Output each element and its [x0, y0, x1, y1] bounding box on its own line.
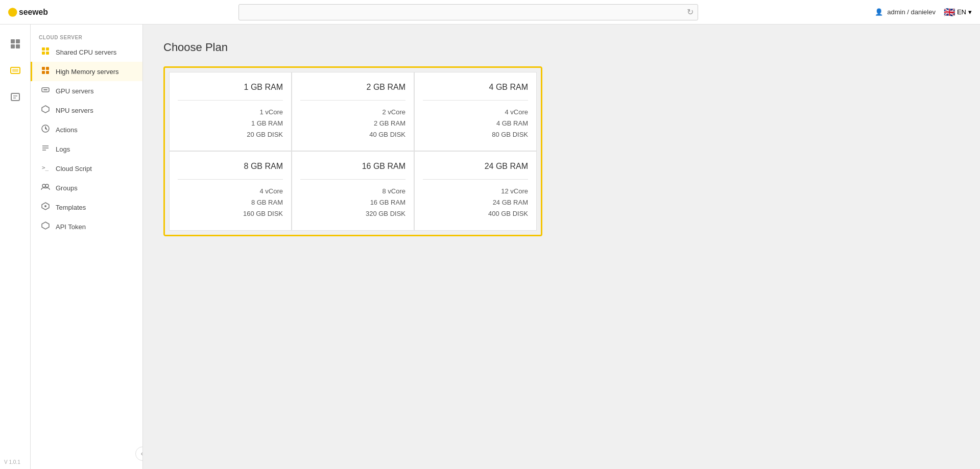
- collapse-icon: «: [141, 450, 143, 457]
- refresh-button[interactable]: ↻: [687, 7, 694, 17]
- logs-icon: [40, 143, 51, 155]
- sidebar: CLOUD SERVER Shared CPU servers High Mem…: [31, 24, 143, 469]
- plan-disk-24gb: 400 GB DISK: [488, 208, 528, 219]
- sidebar-item-logs[interactable]: Logs: [31, 139, 142, 159]
- plan-divider-1gb: [178, 100, 283, 101]
- plan-card-24gb[interactable]: 24 GB RAM 12 vCore 24 GB RAM 400 GB DISK: [414, 151, 537, 230]
- plans-container: 1 GB RAM 1 vCore 1 GB RAM 20 GB DISK 2 G…: [163, 66, 542, 236]
- plan-ram-1gb: 1 GB RAM: [247, 118, 283, 129]
- api-token-icon: [40, 221, 51, 232]
- user-menu[interactable]: 👤 admin / danielev: [875, 8, 936, 16]
- flag-icon: 🇬🇧: [944, 7, 955, 18]
- plan-divider-24gb: [423, 179, 528, 180]
- collapse-sidebar-button[interactable]: «: [135, 447, 143, 461]
- svg-rect-5: [16, 44, 20, 48]
- svg-rect-8: [11, 93, 19, 101]
- sidebar-item-npu[interactable]: NPU servers: [31, 101, 142, 120]
- language-selector[interactable]: 🇬🇧 EN ▾: [944, 7, 972, 18]
- sidebar-item-api-token[interactable]: API Token: [31, 217, 142, 236]
- topbar-right: 👤 admin / danielev 🇬🇧 EN ▾: [875, 7, 972, 18]
- plan-disk-1gb: 20 GB DISK: [247, 129, 283, 140]
- svg-rect-18: [46, 71, 49, 74]
- plan-title-24gb: 24 GB RAM: [485, 162, 528, 171]
- plan-disk-2gb: 40 GB DISK: [369, 129, 405, 140]
- sidebar-label-logs: Logs: [56, 145, 70, 153]
- plans-grid: 1 GB RAM 1 vCore 1 GB RAM 20 GB DISK 2 G…: [169, 72, 537, 231]
- cloud-script-icon: >_: [40, 163, 51, 174]
- sidebar-item-cloud-script[interactable]: >_ Cloud Script: [31, 159, 142, 178]
- language-label: EN: [957, 8, 966, 16]
- plan-ram-8gb: 8 GB RAM: [243, 197, 283, 208]
- sidebar-item-shared-cpu[interactable]: Shared CPU servers: [31, 42, 142, 62]
- sidebar-label-gpu: GPU servers: [56, 87, 93, 95]
- plan-vcores-4gb: 4 vCore: [492, 107, 528, 118]
- icon-nav: [0, 24, 31, 469]
- sidebar-item-gpu[interactable]: GPU servers: [31, 81, 142, 101]
- sidebar-label-groups: Groups: [56, 184, 78, 192]
- svg-text:seeweb: seeweb: [19, 8, 48, 16]
- plan-title-2gb: 2 GB RAM: [367, 83, 405, 92]
- plan-card-1gb[interactable]: 1 GB RAM 1 vCore 1 GB RAM 20 GB DISK: [169, 72, 292, 151]
- logo[interactable]: seeweb: [8, 5, 62, 19]
- svg-rect-3: [16, 39, 20, 43]
- svg-rect-2: [11, 39, 15, 43]
- nav-billing[interactable]: [4, 86, 27, 108]
- plan-disk-8gb: 160 GB DISK: [243, 208, 283, 219]
- sidebar-item-high-memory[interactable]: High Memory servers: [31, 62, 142, 81]
- plan-ram-16gb: 16 GB RAM: [366, 197, 405, 208]
- plan-detail-2gb: 2 vCore 2 GB RAM 40 GB DISK: [369, 107, 405, 140]
- plan-disk-16gb: 320 GB DISK: [366, 208, 405, 219]
- plan-divider-4gb: [423, 100, 528, 101]
- npu-icon: [40, 105, 51, 116]
- plan-title-16gb: 16 GB RAM: [362, 162, 405, 171]
- plan-detail-1gb: 1 vCore 1 GB RAM 20 GB DISK: [247, 107, 283, 140]
- plan-detail-8gb: 4 vCore 8 GB RAM 160 GB DISK: [243, 186, 283, 219]
- plan-vcores-8gb: 4 vCore: [243, 186, 283, 197]
- svg-rect-16: [46, 67, 49, 70]
- svg-point-30: [44, 205, 46, 207]
- plan-divider-16gb: [300, 179, 405, 180]
- plan-title-1gb: 1 GB RAM: [244, 83, 283, 92]
- main-content: Choose Plan 1 GB RAM 1 vCore 1 GB RAM 20…: [143, 24, 563, 469]
- sidebar-section-label: CLOUD SERVER: [31, 31, 142, 42]
- plan-vcores-24gb: 12 vCore: [488, 186, 528, 197]
- svg-rect-4: [11, 44, 15, 48]
- svg-marker-21: [42, 106, 49, 113]
- plan-card-4gb[interactable]: 4 GB RAM 4 vCore 4 GB RAM 80 GB DISK: [414, 72, 537, 151]
- sidebar-item-actions[interactable]: Actions: [31, 120, 142, 139]
- svg-rect-17: [42, 71, 45, 74]
- sidebar-label-npu: NPU servers: [56, 107, 93, 114]
- high-memory-icon: [40, 66, 51, 77]
- plan-ram-24gb: 24 GB RAM: [488, 197, 528, 208]
- gpu-icon: [40, 85, 51, 96]
- search-input[interactable]: [243, 8, 687, 16]
- plan-ram-4gb: 4 GB RAM: [492, 118, 528, 129]
- search-bar[interactable]: ↻: [238, 4, 698, 20]
- sidebar-item-groups[interactable]: Groups: [31, 178, 142, 198]
- sidebar-label-actions: Actions: [56, 126, 78, 134]
- sidebar-label-cloud-script: Cloud Script: [56, 165, 92, 172]
- version-label: V 1.0.1: [4, 459, 20, 465]
- svg-text:>_: >_: [42, 164, 49, 171]
- groups-icon: [40, 182, 51, 193]
- sidebar-label-api-token: API Token: [56, 223, 86, 231]
- plan-card-8gb[interactable]: 8 GB RAM 4 vCore 8 GB RAM 160 GB DISK: [169, 151, 292, 230]
- plan-vcores-16gb: 8 vCore: [366, 186, 405, 197]
- templates-icon: [40, 202, 51, 213]
- plan-title-8gb: 8 GB RAM: [244, 162, 283, 171]
- sidebar-item-templates[interactable]: Templates: [31, 198, 142, 217]
- plan-detail-16gb: 8 vCore 16 GB RAM 320 GB DISK: [366, 186, 405, 219]
- shared-cpu-icon: [40, 46, 51, 58]
- user-icon: 👤: [875, 8, 883, 16]
- plan-vcores-1gb: 1 vCore: [247, 107, 283, 118]
- layout: CLOUD SERVER Shared CPU servers High Mem…: [0, 24, 563, 469]
- svg-rect-7: [12, 69, 18, 72]
- svg-point-0: [8, 8, 17, 17]
- nav-compute[interactable]: [4, 59, 27, 82]
- nav-dashboard[interactable]: [4, 33, 27, 55]
- plan-card-16gb[interactable]: 16 GB RAM 8 vCore 16 GB RAM 320 GB DISK: [292, 151, 414, 230]
- plan-detail-4gb: 4 vCore 4 GB RAM 80 GB DISK: [492, 107, 528, 140]
- svg-rect-14: [46, 52, 49, 55]
- svg-rect-12: [46, 47, 49, 51]
- plan-card-2gb[interactable]: 2 GB RAM 2 vCore 2 GB RAM 40 GB DISK: [292, 72, 414, 151]
